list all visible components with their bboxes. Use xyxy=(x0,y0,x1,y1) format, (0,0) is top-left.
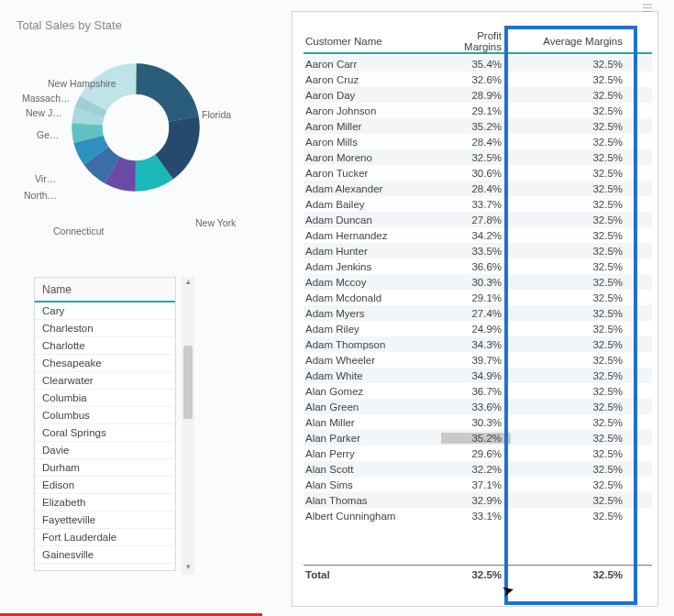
table-row[interactable]: Adam Mcdonald29.1%32.5% xyxy=(304,290,652,305)
list-item[interactable]: Edison xyxy=(35,477,175,494)
scroll-thumb[interactable] xyxy=(183,346,193,419)
cell-profit: 32.2% xyxy=(441,464,511,475)
table-row[interactable]: Alan Scott32.2%32.5% xyxy=(304,461,652,477)
cell-avg: 32.5% xyxy=(511,292,639,303)
table-row[interactable]: Adam Riley24.9%32.5% xyxy=(304,321,652,336)
chart-label: Ge… xyxy=(37,129,60,140)
table-row[interactable]: Aaron Johnson29.1%32.5% xyxy=(304,103,652,118)
list-item[interactable]: Columbia xyxy=(35,390,175,407)
table-row[interactable]: Alan Parker35.2%32.5% xyxy=(304,430,652,446)
cell-avg: 32.5% xyxy=(511,121,639,132)
cell-avg: 32.5% xyxy=(511,105,639,116)
chart-label: New J… xyxy=(26,107,62,118)
cell-customer: Aaron Johnson xyxy=(304,105,441,116)
table-row[interactable]: Alan Miller30.3%32.5% xyxy=(304,414,652,430)
scroll-up-icon[interactable]: ▴ xyxy=(182,277,194,290)
list-item[interactable]: Fort Lauderdale xyxy=(35,529,175,546)
table-row[interactable]: Adam Jenkins36.6%32.5% xyxy=(304,258,652,274)
donut-chart[interactable]: New Hampshire Massach… New J… Ge… Vir… N… xyxy=(17,45,246,247)
name-slicer-scrollbar[interactable]: ▴ ▾ xyxy=(182,277,194,575)
cell-avg: 32.5% xyxy=(511,324,639,335)
cell-avg: 32.5% xyxy=(511,402,639,412)
table-row[interactable]: Aaron Tucker30.6%32.5% xyxy=(304,165,652,181)
drag-handle-icon[interactable]: ||| xyxy=(643,3,654,14)
cell-profit: 32.9% xyxy=(441,495,511,506)
cell-customer: Aaron Moreno xyxy=(304,152,441,163)
cell-profit: 33.5% xyxy=(441,246,511,257)
list-item[interactable]: Charleston xyxy=(35,320,175,337)
list-item[interactable]: Davie xyxy=(35,442,175,459)
table-row[interactable]: Aaron Cruz32.6%32.5% xyxy=(304,72,652,87)
table-row[interactable]: Adam White34.9%32.5% xyxy=(304,368,652,383)
list-item[interactable]: Columbus xyxy=(35,407,175,424)
list-item[interactable]: Clearwater xyxy=(35,372,175,390)
cell-profit: 28.9% xyxy=(441,90,511,101)
col-header-avg[interactable]: Average Margins xyxy=(511,36,639,47)
cell-avg: 32.5% xyxy=(511,370,639,381)
list-item[interactable]: Fayetteville xyxy=(35,512,175,529)
table-row[interactable]: Aaron Carr35.4%32.5% xyxy=(304,56,652,72)
cell-avg: 32.5% xyxy=(511,168,639,179)
table-row[interactable]: Adam Alexander28.4%32.5% xyxy=(304,181,652,196)
cell-customer: Adam Myers xyxy=(304,308,441,319)
table-total-row: Total 32.5% 32.5% xyxy=(304,565,652,580)
cell-customer: Adam Riley xyxy=(304,324,441,335)
table-row[interactable]: Adam Duncan27.8%32.5% xyxy=(304,212,652,227)
cell-customer: Aaron Tucker xyxy=(304,168,441,179)
list-item[interactable]: Elizabeth xyxy=(35,494,175,512)
table-row[interactable]: Alan Thomas32.9%32.5% xyxy=(304,492,652,508)
cell-customer: Aaron Mills xyxy=(304,137,441,148)
table-row[interactable]: Adam Thompson34.3%32.5% xyxy=(304,336,652,352)
col-header-customer[interactable]: Customer Name xyxy=(304,36,441,47)
table-row[interactable]: Adam Wheeler39.7%32.5% xyxy=(304,352,652,368)
table-row[interactable]: Aaron Miller35.2%32.5% xyxy=(304,118,652,134)
cell-profit: 29.1% xyxy=(441,292,511,303)
table-row[interactable]: Albert Cunningham33.1%32.5% xyxy=(304,508,652,523)
cell-avg: 32.5% xyxy=(511,152,639,163)
cell-profit: 28.4% xyxy=(441,137,511,148)
name-slicer[interactable]: Name CaryCharlestonCharlotteChesapeakeCl… xyxy=(34,277,176,571)
name-slicer-header: Name xyxy=(35,278,175,302)
table-row[interactable]: Aaron Mills28.4%32.5% xyxy=(304,134,652,149)
cell-profit: 28.4% xyxy=(441,183,511,194)
list-item[interactable]: Gainesville xyxy=(35,546,175,564)
chart-title: Total Sales by State xyxy=(17,18,260,32)
cell-customer: Aaron Day xyxy=(304,90,441,101)
table-row[interactable]: Alan Sims37.1%32.5% xyxy=(304,477,652,492)
cell-profit: 33.7% xyxy=(441,199,511,210)
table-row[interactable]: Adam Hunter33.5%32.5% xyxy=(304,243,652,258)
total-avg: 32.5% xyxy=(511,569,639,580)
list-item[interactable]: Durham xyxy=(35,459,175,477)
cell-customer: Alan Perry xyxy=(304,448,441,459)
cell-customer: Adam Mccoy xyxy=(304,277,441,288)
table-row[interactable]: Adam Mccoy30.3%32.5% xyxy=(304,274,652,290)
cell-profit: 27.8% xyxy=(441,214,511,226)
cell-customer: Alan Miller xyxy=(304,417,441,428)
chart-label: Vir… xyxy=(35,173,56,184)
table-row[interactable]: Alan Perry29.6%32.5% xyxy=(304,446,652,461)
cell-avg: 32.5% xyxy=(511,137,639,148)
cell-avg: 32.5% xyxy=(511,448,639,459)
table-row[interactable]: Alan Gomez36.7%32.5% xyxy=(304,383,652,399)
list-item[interactable]: Coral Springs xyxy=(35,424,175,442)
table-row[interactable]: Adam Hernandez34.2%32.5% xyxy=(304,227,652,243)
table-row[interactable]: Adam Bailey33.7%32.5% xyxy=(304,196,652,212)
scroll-down-icon[interactable]: ▾ xyxy=(182,562,194,575)
table-row[interactable]: Aaron Day28.9%32.5% xyxy=(304,87,652,103)
list-item[interactable]: Charlotte xyxy=(35,337,175,355)
col-header-profit[interactable]: Profit Margins xyxy=(441,30,511,52)
cell-customer: Aaron Miller xyxy=(304,121,441,132)
cell-profit: 27.4% xyxy=(441,308,511,319)
cell-profit: 34.2% xyxy=(441,230,511,241)
cell-profit: 39.7% xyxy=(441,355,511,366)
table-row[interactable]: Adam Myers27.4%32.5% xyxy=(304,305,652,321)
table-row[interactable]: Alan Green33.6%32.5% xyxy=(304,399,652,414)
cell-avg: 32.5% xyxy=(511,59,639,70)
cell-avg: 32.5% xyxy=(511,277,639,288)
list-item[interactable]: Chesapeake xyxy=(35,355,175,372)
table-row[interactable]: Aaron Moreno32.5%32.5% xyxy=(304,149,652,165)
table-visual[interactable]: ||| Customer Name Profit Margins Average… xyxy=(292,11,658,607)
cell-avg: 32.5% xyxy=(511,479,639,490)
list-item[interactable]: Cary xyxy=(35,302,175,320)
chart-label: Florida xyxy=(202,109,231,120)
